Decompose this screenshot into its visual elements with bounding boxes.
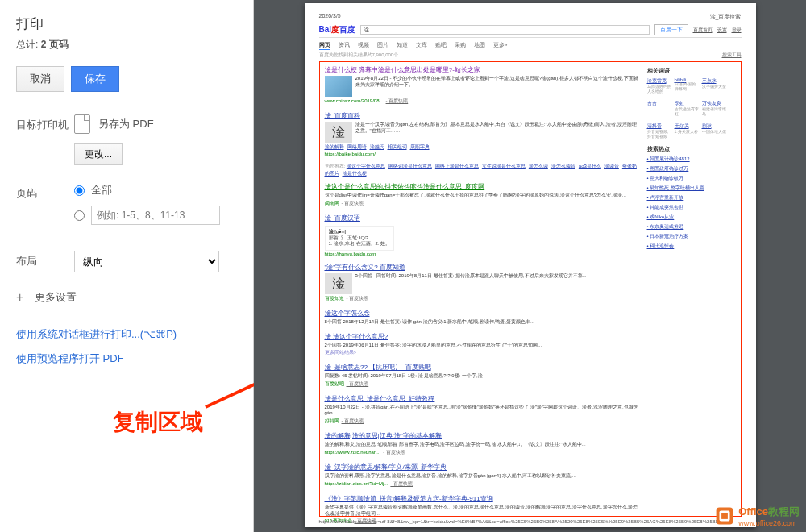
result-thumb: [325, 76, 352, 97]
result-title[interactable]: 淦是什么梗 弹幕中淦是什么意思出处是哪里?-站长之家: [325, 65, 641, 74]
result-title[interactable]: 淦_百度百科: [325, 111, 641, 120]
pdf-icon: [74, 114, 90, 134]
result-desc: 2019年8月22日 - 不少的小伙伴经常的在弹幕上或者评论上看到一个字淦,这是…: [355, 76, 641, 97]
result-url: https://baike.baidu.com/: [325, 152, 641, 156]
search-input[interactable]: 淦: [360, 25, 649, 35]
result-title[interactable]: 淦_汉字淦的意思/解释/字义/来源_新华字典: [325, 463, 641, 472]
result-desc: 淦的解释,释义,淦的意思,笔顺,部首 部首查字,淦字电码,淦字区位码,淦字统一码…: [325, 442, 586, 448]
page-date: 2020/3/5: [319, 13, 341, 21]
highlighted-region: 淦是什么梗 弹幕中淦是什么意思出处是哪里?-站长之家2019年8月22日 - 不…: [319, 61, 742, 517]
pages-range-radio[interactable]: [74, 210, 85, 221]
destination-row: 目标打印机 另存为 PDF 更改...: [16, 114, 237, 165]
result-item: 淦 淦这个字什么意思?2个回答 2019年06月11日 最佳答案: 淦字的水浸入…: [325, 332, 641, 356]
baidu-header: Bai度百度 淦 百度一下 百度首页 设置 登录: [319, 24, 742, 38]
result-title[interactable]: "淦"字有什么含义? 百度知道: [325, 263, 641, 272]
result-desc: 淦 [gǎn]部首: 氵 五笔: IQG1. 淦水,水名,在江西。2. 姓。: [325, 224, 395, 251]
result-item: 淦_百度百科淦淦是一个汉字,读音为gàn,左右结构,部首为氵,基本意思是水入船中…: [325, 111, 641, 156]
system-dialog-link[interactable]: 使用系统对话框进行打印...(⌥⌘P): [16, 327, 237, 342]
result-item: 淦_汉字淦的意思/解释/字义/来源_新华字典汉字淦的资料,康熙,淦字的意思,淦是…: [325, 463, 641, 488]
result-item: 淦_是啥意思?? 【抗压吧】_百度贴吧回复数: 45 发帖时间: 2019年07…: [325, 363, 641, 388]
result-title[interactable]: 淦_是啥意思?? 【抗压吧】_百度贴吧: [325, 363, 641, 372]
result-title[interactable]: 淦_百度汉语: [325, 214, 641, 222]
pages-label: 页码: [16, 183, 74, 201]
result-url: 闽南网- 百度快照: [325, 200, 641, 207]
destination-label: 目标打印机: [16, 114, 74, 132]
search-tabs: 网页 资讯视频 图片知道 文库贴吧 采购地图 更多»: [319, 41, 742, 50]
sidebar-title: 打印: [16, 15, 237, 33]
top-links: 百度首页 设置 登录: [693, 27, 742, 34]
office-logo-icon: [714, 505, 735, 526]
result-title[interactable]: 淦的解释|淦的意思|汉典"淦"字的基本解释: [325, 431, 641, 440]
pages-all-label: 全部: [91, 183, 112, 197]
result-url: https://zidian.aies.cn/?id=Mj...- 百度快照: [325, 480, 641, 488]
plus-icon: +: [16, 290, 23, 305]
cancel-button[interactable]: 取消: [16, 66, 64, 92]
result-desc: 汉字淦的资料,康熙,淦字的意思,淦是什么意思,淦拼音,淦的解释,淦字拼音gàn …: [325, 473, 576, 480]
result-title[interactable]: 淦 淦这个字什么意思?: [325, 332, 641, 341]
result-desc: 新华字典提供《淦》字意思读音,组词解释及笔画数,念什么、淦,淦的意思,淦什么意思…: [325, 505, 641, 517]
footer-url: https://www.baidu.com/s?ie=utf-8&f=8&rsv…: [319, 519, 742, 524]
pages-range-input[interactable]: [91, 206, 220, 225]
result-url: 好特网- 百度快照: [325, 418, 641, 425]
preview-page: 2020/3/5 淦_百度搜索 Bai度百度 淦 百度一下 百度首页 设置 登录…: [305, 3, 756, 527]
page-title: 淦_百度搜索: [710, 13, 742, 21]
search-button[interactable]: 百度一下: [654, 24, 688, 35]
button-row: 取消 保存: [16, 66, 237, 92]
result-item: "淦"字有什么含义? 百度知道淦3个回答 - 回答时间: 2019年8月11日 …: [325, 263, 641, 302]
svg-rect-3: [721, 513, 728, 519]
related-search: 为您推荐: 淦这个字什么意思网络词淦是什么意思网络上淦是什么意思女生说淦是什么意…: [325, 163, 641, 177]
baidu-logo: Bai度百度: [319, 24, 356, 35]
watermark: Office教程网 www.office26.com: [714, 505, 800, 527]
result-desc: 2019年10月22日 - 淦,拼音gàn,在不同语上"淦"是啥"的意思,用"淦…: [325, 405, 641, 418]
result-title[interactable]: 淦是什么意思_淦是什么意思_好特教程: [325, 394, 641, 403]
result-url: https://www.zdic.net/han...- 百度快照: [325, 449, 641, 456]
result-stats: 百度为您找到相关结果约7,900,000个搜索工具: [319, 52, 742, 59]
layout-select[interactable]: 纵向: [74, 251, 219, 272]
result-thumb: 淦: [325, 273, 352, 294]
change-destination-button[interactable]: 更改...: [74, 143, 123, 165]
more-settings[interactable]: + 更多设置: [16, 290, 237, 305]
save-button[interactable]: 保存: [71, 66, 119, 92]
layout-label: 布局: [16, 251, 74, 268]
result-desc: 这个是diss中读作jin=金读作gan=干那么被怼了,淦就什么什么干掉的意思好…: [325, 193, 626, 199]
result-title[interactable]: 淦这个是什么意思的,抖卡侬抖咔抖淦是什么意思_度度网: [325, 182, 641, 191]
annotation-text: 复制区域: [113, 407, 203, 438]
result-title[interactable]: 《淦》字笔顺淦简_拼音|解释及硬笔方窍-新华字典-911查询: [325, 494, 641, 503]
preview-area: 2020/3/5 淦_百度搜索 Bai度百度 淦 百度一下 百度首页 设置 登录…: [254, 0, 806, 532]
result-item: 淦_百度汉语淦 [gǎn]部首: 氵 五笔: IQG1. 淦水,水名,在江西。2…: [325, 214, 641, 256]
pages-all-radio[interactable]: [74, 185, 85, 196]
results-column: 淦是什么梗 弹幕中淦是什么意思出处是哪里?-站长之家2019年8月22日 - 不…: [325, 65, 647, 514]
result-url: 百度知道- 百度快照: [325, 295, 641, 302]
result-thumb: 淦: [325, 122, 352, 143]
result-item: 淦这个字怎么念8个回答 2018年12月14日 最佳答案: 读作 gàn 淦的含…: [325, 309, 641, 326]
result-item: 淦这个是什么意思的,抖卡侬抖咔抖淦是什么意思_度度网这个是diss中读作jin=…: [325, 182, 641, 207]
result-desc: 3个回答 - 回答时间: 2019年8月11日 最佳答案: 据传淦原本是跟人聊天…: [355, 273, 587, 294]
result-item: 淦是什么梗 弹幕中淦是什么意思出处是哪里?-站长之家2019年8月22日 - 不…: [325, 65, 641, 105]
print-sidebar: 打印 总计: 2 页码 取消 保存 目标打印机 另存为 PDF 更改... 页码…: [0, 0, 254, 532]
result-desc: 8个回答 2018年12月14日 最佳答案: 读作 gàn 淦的含义:1 新水船…: [325, 319, 534, 326]
page-total: 总计: 2 页码: [16, 38, 237, 52]
layout-row: 布局 纵向: [16, 251, 237, 272]
result-item: 淦是什么意思_淦是什么意思_好特教程2019年10月22日 - 淦,拼音gàn,…: [325, 394, 641, 426]
result-url: 百度贴吧- 百度快照: [325, 380, 641, 388]
result-url: www.chinaz.com/2019/08...- 百度快照: [325, 98, 641, 105]
result-desc: 淦是一个汉字,读音为gàn,左右结构,部首为氵,基本意思是水入船中,出自《说文》…: [355, 122, 641, 143]
destination-value: 另存为 PDF: [74, 114, 237, 134]
aside-column: 相关词语 淦克雷克马蹄莲姓约的人名给的bilibili日语:外国的弹幕网三点水汉…: [647, 65, 736, 514]
result-url: https://hanyu.baidu.com: [325, 251, 641, 256]
result-desc: 回复数: 45 发帖时间: 2019年07月18日 1楼: 淦 是啥意思? ? …: [325, 373, 483, 380]
result-title[interactable]: 淦这个字怎么念: [325, 309, 641, 318]
result-desc: 2个回答 2019年06月11日 最佳答案: 淦字的水浸入船里的意思,不过现在的…: [325, 343, 542, 349]
pages-row: 页码 全部: [16, 183, 237, 233]
result-item: 淦的解释|淦的意思|汉典"淦"字的基本解释淦的解释,释义,淦的意思,笔顺,部首 …: [325, 431, 641, 456]
open-preview-link[interactable]: 使用预览程序打开 PDF: [16, 351, 237, 366]
